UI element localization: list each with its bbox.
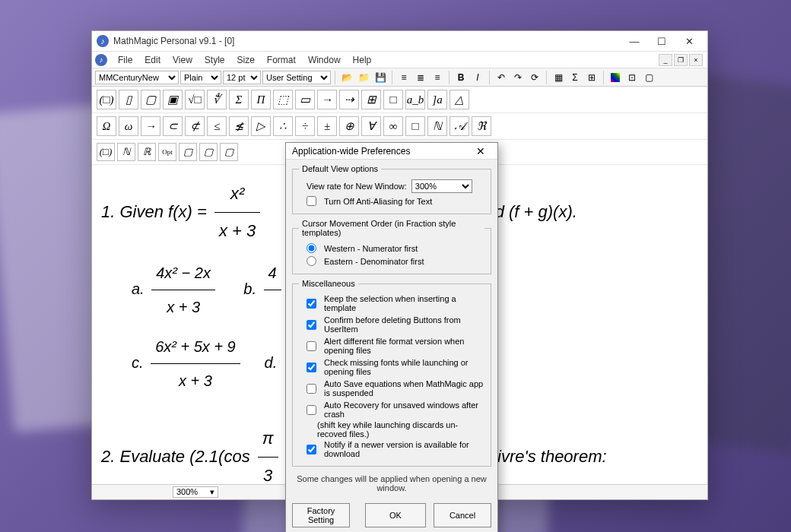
pal-N[interactable]: ℕ — [427, 116, 447, 136]
keep-selection-checkbox[interactable] — [307, 299, 316, 309]
pal-slot[interactable]: ▯ — [119, 90, 138, 109]
redo-icon[interactable]: ↷ — [510, 70, 526, 85]
size-select[interactable]: 12 pt — [223, 71, 261, 84]
pal-prod[interactable]: Π — [251, 90, 271, 109]
open2-icon[interactable]: 📁 — [356, 70, 371, 85]
pal3-b2[interactable]: ▢ — [199, 143, 218, 161]
pal-box2[interactable]: ▣ — [163, 90, 183, 109]
pal-nleq[interactable]: ≰ — [229, 116, 249, 136]
pal-pm[interactable]: ± — [317, 116, 337, 136]
pal-arr1[interactable]: → — [317, 90, 337, 109]
pal-plus[interactable]: ⊞ — [361, 90, 381, 109]
pal-inf[interactable]: ∞ — [383, 116, 403, 136]
palette-row-2: Ω ω → ⊂ ⊄ ≤ ≰ ▷ ∴ ÷ ± ⊕ ∀ ∞ □ ℕ 𝒜 ℜ — [92, 113, 707, 140]
factory-setting-button[interactable]: Factory Setting — [292, 503, 350, 527]
titlebar: ♪ MathMagic Personal v9.1 - [0] — ☐ ✕ — [92, 31, 707, 52]
viewrate-label: View rate for New Window: — [307, 182, 407, 191]
pal-bracket[interactable]: ]a — [427, 90, 447, 109]
pal-b6[interactable]: ▭ — [295, 90, 315, 109]
autosave-checkbox[interactable] — [307, 384, 316, 394]
matrix-icon[interactable]: ▦ — [551, 70, 566, 85]
color-icon[interactable] — [608, 70, 623, 85]
confirm-delete-checkbox[interactable] — [307, 320, 316, 330]
style-select[interactable]: Plain — [180, 71, 221, 84]
eq1-tail: nd (f + g)(x). — [485, 202, 577, 221]
menu-size[interactable]: Size — [231, 52, 261, 68]
menu-style[interactable]: Style — [199, 52, 231, 68]
pal-arrow[interactable]: → — [141, 116, 160, 136]
italic-icon[interactable]: I — [470, 70, 485, 85]
pal3-paren[interactable]: (□) — [97, 143, 115, 161]
maximize-button[interactable]: ☐ — [648, 31, 675, 52]
notify-update-checkbox[interactable] — [307, 445, 316, 454]
pal-nsubset[interactable]: ⊄ — [185, 116, 205, 136]
menu-window[interactable]: Window — [302, 52, 347, 68]
dialog-close-button[interactable]: ✕ — [470, 144, 491, 159]
western-radio[interactable] — [307, 243, 316, 253]
menu-format[interactable]: Format — [261, 52, 302, 68]
font-select[interactable]: MMCenturyNew — [95, 71, 179, 84]
cancel-button[interactable]: Cancel — [434, 503, 491, 527]
menu-help[interactable]: Help — [347, 52, 378, 68]
pal-div[interactable]: ÷ — [295, 116, 315, 136]
mdi-minimize-button[interactable]: _ — [659, 54, 672, 66]
eastern-radio[interactable] — [307, 256, 316, 266]
antialias-checkbox[interactable] — [307, 196, 316, 206]
pal-nroot[interactable]: ∜ — [207, 90, 227, 109]
pal-sq[interactable]: □ — [405, 116, 425, 136]
app-icon: ♪ — [97, 35, 109, 47]
pal-forall[interactable]: ∀ — [361, 116, 381, 136]
autorecovery-checkbox[interactable] — [307, 405, 316, 415]
pal-oplus[interactable]: ⊕ — [339, 116, 359, 136]
align-center-icon[interactable]: ≣ — [413, 70, 428, 85]
pal-sqrt[interactable]: √□ — [185, 90, 205, 109]
alert-format-checkbox[interactable] — [307, 341, 316, 351]
pal-therefore[interactable]: ∴ — [273, 116, 293, 136]
save-icon[interactable]: 💾 — [373, 70, 388, 85]
viewrate-select[interactable]: 300% — [411, 179, 472, 193]
close-button[interactable]: ✕ — [675, 31, 703, 52]
pal-Re[interactable]: ℜ — [472, 116, 491, 136]
pal-paren[interactable]: (□) — [97, 90, 116, 109]
mdi-restore-button[interactable]: ❐ — [674, 54, 688, 66]
minimize-button[interactable]: — — [621, 31, 648, 52]
align-left-icon[interactable]: ≡ — [396, 70, 411, 85]
pal-tri[interactable]: △ — [450, 90, 469, 109]
show-grid-icon[interactable]: ⊡ — [624, 70, 640, 85]
refresh-icon[interactable]: ⟳ — [527, 70, 542, 85]
show-box-icon[interactable]: ▢ — [641, 70, 656, 85]
pal-script[interactable]: 𝒜 — [450, 116, 469, 136]
menu-file[interactable]: File — [112, 52, 138, 68]
open-icon[interactable]: 📂 — [339, 70, 354, 85]
pal-omega[interactable]: ω — [119, 116, 138, 136]
pal-sub[interactable]: a_b — [405, 90, 425, 109]
bold-icon[interactable]: B — [453, 70, 469, 85]
pal-subset[interactable]: ⊂ — [163, 116, 183, 136]
user-setting-select[interactable]: User Setting — [262, 71, 331, 84]
pal3-opt[interactable]: Opt — [158, 143, 176, 161]
menu-view[interactable]: View — [167, 52, 199, 68]
align-right-icon[interactable]: ≡ — [430, 70, 445, 85]
check-fonts-checkbox[interactable] — [307, 363, 316, 372]
pal3-R[interactable]: ℝ — [138, 143, 156, 161]
default-view-group: Default View options View rate for New W… — [292, 164, 491, 214]
pal-sum[interactable]: Σ — [229, 90, 249, 109]
menu-edit[interactable]: Edit — [138, 52, 167, 68]
pal-leq[interactable]: ≤ — [207, 116, 227, 136]
pal-tri2[interactable]: ▷ — [251, 116, 271, 136]
undo-icon[interactable]: ↶ — [494, 70, 509, 85]
pal-Omega[interactable]: Ω — [97, 116, 116, 136]
pal-b5[interactable]: ⬚ — [273, 90, 293, 109]
pal3-b3[interactable]: ▢ — [220, 143, 238, 161]
sigma-icon[interactable]: Σ — [567, 70, 583, 85]
pal-box1[interactable]: ▢ — [141, 90, 160, 109]
pal3-N[interactable]: ℕ — [117, 143, 135, 161]
pal-arr2[interactable]: ⇢ — [339, 90, 359, 109]
zoom-select[interactable]: 300%▾ — [173, 486, 218, 498]
pal-b7[interactable]: □ — [383, 90, 403, 109]
grid-icon[interactable]: ⊞ — [584, 70, 599, 85]
ok-button[interactable]: OK — [365, 503, 426, 527]
window-title: MathMagic Personal v9.1 - [0] — [113, 36, 621, 46]
pal3-b1[interactable]: ▢ — [179, 143, 197, 161]
mdi-close-button[interactable]: × — [689, 54, 703, 66]
